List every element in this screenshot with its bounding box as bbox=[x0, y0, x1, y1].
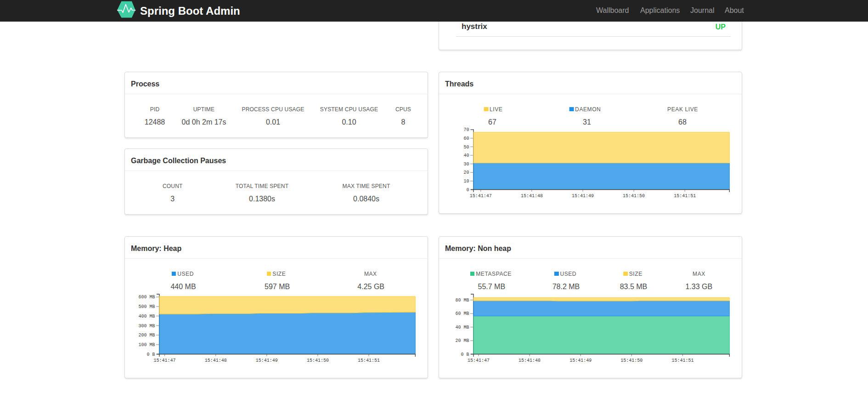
svg-text:60: 60 bbox=[463, 136, 469, 141]
svg-text:40: 40 bbox=[463, 153, 469, 158]
svg-text:15:41:47: 15:41:47 bbox=[470, 194, 492, 199]
svg-text:15:41:49: 15:41:49 bbox=[256, 358, 278, 363]
svg-text:100 MB: 100 MB bbox=[138, 342, 155, 347]
svg-text:30: 30 bbox=[463, 162, 469, 167]
svg-text:15:41:48: 15:41:48 bbox=[205, 358, 227, 363]
svg-text:60 MB: 60 MB bbox=[455, 311, 469, 316]
svg-text:40 MB: 40 MB bbox=[455, 325, 469, 330]
svg-text:300 MB: 300 MB bbox=[138, 324, 155, 329]
svg-text:15:41:49: 15:41:49 bbox=[572, 194, 594, 199]
svg-text:500 MB: 500 MB bbox=[138, 304, 155, 309]
svg-text:15:41:48: 15:41:48 bbox=[519, 358, 541, 363]
svg-text:15:41:47: 15:41:47 bbox=[154, 358, 176, 363]
svg-text:15:41:51: 15:41:51 bbox=[358, 358, 380, 363]
svg-text:0 B: 0 B bbox=[461, 352, 469, 357]
svg-text:600 MB: 600 MB bbox=[138, 295, 155, 300]
svg-text:15:41:51: 15:41:51 bbox=[674, 194, 696, 199]
svg-text:15:41:49: 15:41:49 bbox=[569, 358, 592, 363]
svg-text:10: 10 bbox=[463, 179, 469, 184]
svg-text:15:41:50: 15:41:50 bbox=[623, 194, 645, 199]
svg-text:15:41:51: 15:41:51 bbox=[671, 358, 693, 363]
svg-text:15:41:48: 15:41:48 bbox=[521, 194, 543, 199]
svg-text:20: 20 bbox=[463, 170, 469, 175]
svg-text:20 MB: 20 MB bbox=[455, 338, 469, 343]
svg-text:200 MB: 200 MB bbox=[138, 333, 155, 338]
svg-text:15:41:47: 15:41:47 bbox=[468, 358, 490, 363]
svg-text:15:41:50: 15:41:50 bbox=[620, 358, 643, 363]
svg-text:0: 0 bbox=[466, 188, 469, 193]
svg-text:70: 70 bbox=[463, 127, 469, 132]
svg-text:50: 50 bbox=[463, 145, 469, 150]
svg-text:80 MB: 80 MB bbox=[455, 298, 469, 303]
svg-text:400 MB: 400 MB bbox=[138, 314, 155, 319]
svg-text:0 B: 0 B bbox=[147, 352, 155, 357]
svg-text:15:41:50: 15:41:50 bbox=[307, 358, 329, 363]
